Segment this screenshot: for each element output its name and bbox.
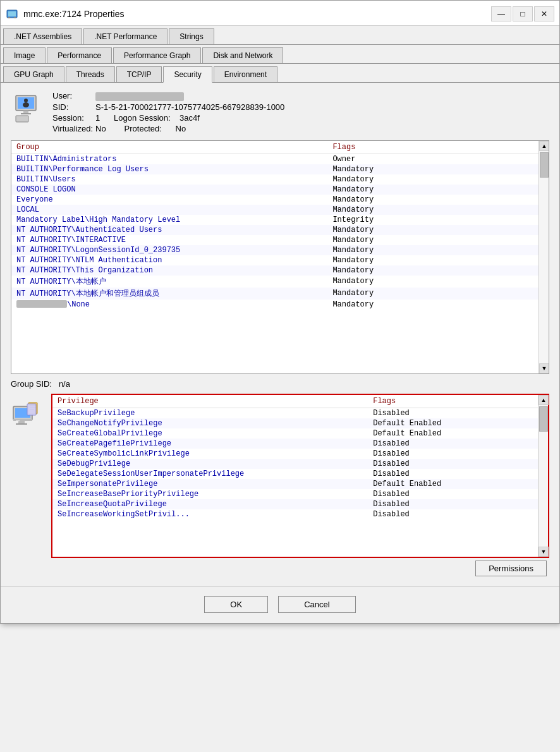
group-table-row: CONSOLE LOGONMandatory — [11, 185, 539, 195]
privilege-cell: SeDelegateSessionUserImpersonatePrivileg… — [52, 469, 368, 479]
group-cell: NT AUTHORITY\NTLM Authentication — [11, 255, 327, 265]
titlebar-buttons: — □ ✕ — [491, 6, 554, 21]
privilege-cell: SeBackupPrivilege — [52, 408, 368, 418]
group-table: Group Flags BUILTIN\AdministratorsOwnerB… — [11, 141, 539, 310]
tab-security[interactable]: Security — [163, 66, 212, 83]
group-cell: Everyone — [11, 195, 327, 205]
group-table-container[interactable]: Group Flags BUILTIN\AdministratorsOwnerB… — [11, 140, 549, 374]
privilege-table-container[interactable]: Privilege Flags SeBackupPrivilegeDisable… — [51, 394, 549, 558]
privilege-col-header: Privilege — [52, 395, 368, 408]
group-scrollbar[interactable]: ▲ ▼ — [539, 141, 549, 373]
cancel-button[interactable]: Cancel — [278, 596, 355, 613]
group-table-row: LOCALMandatory — [11, 205, 539, 215]
svg-rect-15 — [16, 423, 27, 425]
maximize-button[interactable]: □ — [513, 6, 533, 21]
protected-label: Protected: — [125, 124, 162, 133]
group-table-scroll[interactable]: Group Flags BUILTIN\AdministratorsOwnerB… — [11, 141, 539, 373]
tab-tcp-ip[interactable]: TCP/IP — [116, 66, 162, 82]
group-sid-value: n/a — [59, 379, 70, 389]
tab-disk-and-network[interactable]: Disk and Network — [202, 47, 283, 63]
minimize-button[interactable]: — — [491, 6, 511, 21]
flags-cell: Mandatory — [327, 185, 539, 195]
group-cell: \None — [11, 300, 327, 310]
close-button[interactable]: ✕ — [534, 6, 554, 21]
tabs-row-3: GPU Graph Threads TCP/IP Security Enviro… — [1, 64, 559, 83]
tab-gpu-graph[interactable]: GPU Graph — [3, 66, 64, 82]
priv-table-row: SeCreateGlobalPrivilegeDefault Enabled — [52, 428, 538, 439]
group-col-header: Group — [11, 141, 327, 154]
priv-table-row: SeIncreaseWorkingSetPrivil...Disabled — [52, 509, 538, 519]
svg-rect-8 — [16, 116, 28, 122]
privilege-cell: SeIncreaseWorkingSetPrivil... — [52, 509, 368, 519]
priv-table-row: SeImpersonatePrivilegeDefault Enabled — [52, 479, 538, 489]
group-cell: NT AUTHORITY\Authenticated Users — [11, 225, 327, 235]
sid-label: SID: — [52, 102, 95, 112]
privilege-section-outer: Privilege Flags SeBackupPrivilegeDisable… — [11, 394, 549, 579]
priv-table-row: SeDebugPrivilegeDisabled — [52, 459, 538, 469]
priv-table-row: SeDelegateSessionUserImpersonatePrivileg… — [52, 469, 538, 479]
tab-image[interactable]: Image — [3, 47, 46, 63]
priv-flags-cell: Disabled — [368, 489, 538, 499]
flags-col-header: Flags — [327, 141, 539, 154]
priv-flags-cell: Default Enabled — [368, 479, 538, 489]
group-cell: NT AUTHORITY\本地帐户 — [11, 276, 327, 288]
priv-scrollbar-down[interactable]: ▼ — [539, 547, 549, 557]
priv-flags-cell: Disabled — [368, 499, 538, 509]
flags-cell: Mandatory — [327, 288, 539, 300]
virtualized-label: Virtualized: — [52, 123, 95, 134]
privilege-cell: SeDebugPrivilege — [52, 459, 368, 469]
flags-cell: Mandatory — [327, 225, 539, 235]
svg-rect-3 — [14, 17, 16, 18]
group-cell: Mandatory Label\High Mandatory Level — [11, 215, 327, 225]
tab-net-performance[interactable]: .NET Performance — [83, 28, 167, 44]
privilege-cell: SeImpersonatePrivilege — [52, 479, 368, 489]
priv-table-row: SeBackupPrivilegeDisabled — [52, 408, 538, 418]
sid-value: S-1-5-21-700021777-1075774025-667928839-… — [95, 102, 287, 112]
svg-rect-2 — [8, 17, 10, 18]
priv-flags-cell: Disabled — [368, 408, 538, 418]
tab-strings[interactable]: Strings — [169, 28, 214, 44]
tab-environment[interactable]: Environment — [214, 66, 277, 82]
permissions-button[interactable]: Permissions — [475, 561, 547, 576]
priv-flags-cell: Disabled — [368, 509, 538, 519]
scrollbar-thumb[interactable] — [540, 152, 549, 178]
priv-table-row: SeIncreaseQuotaPrivilegeDisabled — [52, 499, 538, 509]
tab-performance[interactable]: Performance — [47, 47, 112, 63]
scrollbar-up-arrow[interactable]: ▲ — [539, 141, 549, 151]
group-cell: LOCAL — [11, 205, 327, 215]
ok-button[interactable]: OK — [204, 596, 268, 613]
scrollbar-down-arrow[interactable]: ▼ — [539, 363, 549, 373]
user-label: User: — [52, 90, 95, 102]
flags-cell: Mandatory — [327, 205, 539, 215]
titlebar: mmc.exe:7124 Properties — □ ✕ — [1, 1, 559, 26]
privilege-cell: SeCreatePagefilePrivilege — [52, 439, 368, 449]
priv-table-row: SeChangeNotifyPrivilegeDefault Enabled — [52, 418, 538, 428]
privilege-cell: SeIncreaseQuotaPrivilege — [52, 499, 368, 509]
tab-net-assemblies[interactable]: .NET Assemblies — [3, 28, 82, 44]
svg-point-10 — [23, 102, 29, 107]
tab-performance-graph[interactable]: Performance Graph — [113, 47, 201, 63]
flags-cell: Owner — [327, 154, 539, 164]
user-value-blurred — [95, 92, 184, 101]
privilege-table-scroll[interactable]: Privilege Flags SeBackupPrivilegeDisable… — [52, 395, 538, 557]
flags-cell: Mandatory — [327, 245, 539, 255]
group-cell: BUILTIN\Users — [11, 174, 327, 185]
flags-cell: Mandatory — [327, 265, 539, 276]
window-icon — [6, 8, 18, 20]
group-table-row: NT AUTHORITY\This OrganizationMandatory — [11, 265, 539, 276]
privilege-scrollbar[interactable]: ▲ ▼ — [538, 395, 548, 557]
priv-flags-cell: Disabled — [368, 459, 538, 469]
privilege-cell: SeCreateSymbolicLinkPrivilege — [52, 449, 368, 459]
logon-session-value: 3ac4f — [180, 113, 200, 123]
window-title: mmc.exe:7124 Properties — [23, 9, 491, 19]
svg-rect-14 — [18, 421, 25, 423]
priv-scrollbar-track[interactable] — [539, 405, 548, 547]
permissions-row: Permissions — [51, 558, 549, 579]
scrollbar-track[interactable] — [539, 151, 549, 363]
priv-table-row: SeCreateSymbolicLinkPrivilegeDisabled — [52, 449, 538, 459]
priv-flags-cell: Disabled — [368, 439, 538, 449]
tab-threads[interactable]: Threads — [66, 66, 115, 82]
priv-scrollbar-up[interactable]: ▲ — [539, 395, 549, 405]
priv-scrollbar-thumb[interactable] — [539, 406, 548, 432]
content-area: User: SID: S-1-5-21-700021777-1075774025… — [1, 83, 559, 586]
